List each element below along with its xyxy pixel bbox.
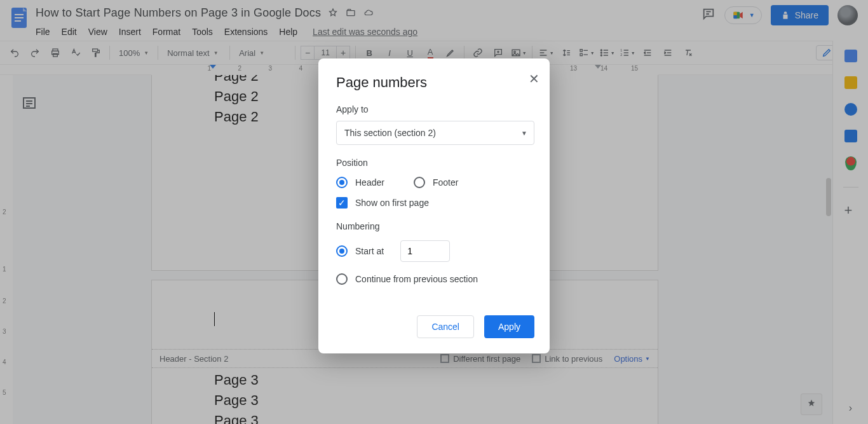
apply-to-select[interactable]: This section (section 2) ▼ [336, 121, 534, 145]
radio-unchecked-icon [414, 177, 425, 188]
caret-down-icon: ▼ [521, 130, 527, 137]
start-at-radio[interactable]: Start at [336, 245, 384, 257]
dialog-title: Page numbers [336, 74, 534, 92]
radio-unchecked-icon [336, 273, 348, 285]
radio-checked-icon [336, 177, 348, 188]
apply-to-label: Apply to [336, 104, 534, 114]
apply-button[interactable]: Apply [484, 315, 534, 338]
page-numbers-dialog: Page numbers ✕ Apply to This section (se… [318, 58, 550, 353]
continue-from-prev-radio[interactable]: Continue from previous section [336, 273, 478, 285]
position-label: Position [336, 158, 534, 168]
numbering-label: Numbering [336, 221, 534, 231]
position-footer-radio[interactable]: Footer [414, 177, 458, 188]
close-icon[interactable]: ✕ [529, 71, 539, 86]
show-on-first-page-checkbox[interactable]: ✓ Show on first page [336, 197, 429, 209]
radio-checked-icon [336, 245, 348, 257]
start-at-input[interactable] [400, 240, 450, 262]
cancel-button[interactable]: Cancel [417, 315, 474, 338]
position-header-radio[interactable]: Header [336, 177, 384, 188]
apply-to-value: This section (section 2) [344, 128, 436, 138]
checkbox-checked-icon: ✓ [336, 197, 348, 209]
